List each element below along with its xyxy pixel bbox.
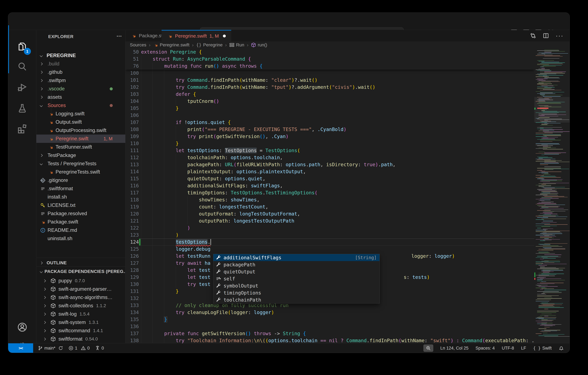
minimap-slider[interactable]	[534, 97, 570, 122]
line-number: 104	[125, 98, 139, 105]
activity-item-run-and-debug[interactable]	[15, 80, 30, 95]
notifications-bell-icon[interactable]	[559, 345, 564, 351]
code-line-114: 114plaintextOutput: options.plaintextOut…	[125, 168, 534, 175]
suggest-item-quietoutput[interactable]: quietOutput	[213, 268, 379, 275]
more-actions-icon[interactable]: ···	[556, 32, 564, 39]
tree-item-peregrinetests.swift[interactable]: PeregrineTests.swift	[36, 168, 125, 176]
tree-item-tests---peregrinetests[interactable]: Tests / PeregrineTests	[36, 160, 125, 168]
open-changes-icon[interactable]	[530, 33, 536, 39]
branch-status[interactable]: main*	[38, 346, 63, 351]
line-number: 76	[125, 62, 139, 70]
tree-item-package.resolved[interactable]: Package.resolved	[36, 209, 125, 218]
line-number: 122	[125, 224, 139, 232]
tree-item-testpackage[interactable]: TestPackage	[36, 151, 125, 160]
section-package-dependencies[interactable]: PACKAGE DEPENDENCIES (PEREG…	[36, 267, 125, 276]
package-icon	[51, 295, 56, 300]
tree-item-logging.swift[interactable]: Logging.swift	[36, 110, 125, 118]
activity-item-testing[interactable]	[15, 101, 30, 116]
tree-item-output.swift[interactable]: Output.swift	[36, 118, 125, 126]
suggest-item-packagepath[interactable]: packagePath	[213, 261, 379, 268]
explorer-more-icon[interactable]: ⋯	[116, 33, 122, 39]
swift-file-icon	[48, 136, 53, 142]
swift-file-icon	[167, 33, 172, 39]
tree-item-peregrine.swift[interactable]: Peregrine.swift1, M	[36, 134, 125, 143]
activity-bar: 11	[8, 30, 36, 344]
dependency-swift-collections[interactable]: swift-collections 1.1.2	[36, 302, 125, 310]
suggest-item-symboloutput[interactable]: symbolOutput	[213, 282, 379, 289]
activity-item-extensions[interactable]	[15, 121, 30, 136]
activity-item-search[interactable]	[15, 59, 30, 74]
section-outline[interactable]: OUTLINE	[36, 259, 125, 267]
folder-change-dot	[110, 87, 113, 90]
tree-item-readme.md[interactable]: README.md	[36, 226, 125, 234]
dependency-swift-system[interactable]: swift-system 1.3.1	[36, 318, 125, 326]
line-number: 105	[125, 105, 139, 112]
tree-item-.swiftformat[interactable]: .swiftformat	[36, 184, 125, 193]
tree-item-outputprocessing.swift[interactable]: OutputProcessing.swift	[36, 126, 125, 134]
breadcrumb-separator: ›	[246, 42, 249, 48]
breadcrumb-separator: ›	[149, 42, 151, 48]
dependency-swift-async-algorithms[interactable]: swift-async-algorithms…	[36, 293, 125, 302]
tree-item-license.txt[interactable]: LICENSE.txt	[36, 201, 125, 209]
tree-item-package.swift[interactable]: Package.swift	[36, 218, 125, 226]
dependency-puppy[interactable]: puppy 0.7.0	[36, 277, 125, 285]
suggest-item-self[interactable]: self	[213, 275, 379, 282]
breadcrumb-item-run[interactable]: run()	[251, 42, 267, 48]
tree-item-assets[interactable]: assets	[36, 93, 125, 101]
tree-item-sources[interactable]: Sources	[36, 101, 125, 110]
minimap[interactable]	[534, 49, 570, 344]
breadcrumb-item-peregrine.swift[interactable]: Peregrine.swift	[153, 42, 189, 48]
tree-item-install.sh[interactable]: install.sh	[36, 193, 125, 201]
breadcrumb-item-peregrine[interactable]: {}Peregrine	[196, 42, 223, 48]
suggest-item-toolchainpath[interactable]: toolchainPath	[213, 296, 379, 303]
dependency-swift-argument-parser[interactable]: swift-argument-parser…	[36, 285, 125, 293]
cursor-position-status[interactable]: Ln 124, Col 25	[440, 346, 469, 351]
breadcrumb-item-run[interactable]: Run	[229, 42, 244, 48]
activity-item-explorer[interactable]: 1	[15, 39, 30, 54]
indentation-status[interactable]: Spaces: 4	[475, 346, 495, 351]
ports-status[interactable]: 0	[95, 346, 104, 351]
wrench-icon	[216, 269, 221, 274]
suggest-item-additionalswiftflags[interactable]: additionalSwiftFlags [String]	[213, 254, 379, 261]
language-status[interactable]: { } Swift	[533, 346, 552, 351]
tree-item-.build[interactable]: .build	[36, 60, 125, 68]
activity-item-accounts[interactable]	[15, 320, 30, 334]
tree-item-.swiftpm[interactable]: .swiftpm	[36, 76, 125, 85]
split-editor-icon[interactable]	[543, 33, 549, 39]
suggest-label: additionalSwiftFlags	[223, 255, 281, 261]
tree-item-uninstall.sh[interactable]: uninstall.sh	[36, 234, 125, 243]
remote-indicator[interactable]: ><	[8, 343, 33, 353]
breadcrumb-item-sources[interactable]: Sources	[130, 42, 146, 48]
encoding-status[interactable]: UTF-8	[502, 346, 514, 351]
tree-item-testrunner.swift[interactable]: TestRunner.swift	[36, 143, 125, 151]
dependency-swift-log[interactable]: swift-log 1.5.4	[36, 310, 125, 318]
branch-icon	[38, 346, 43, 351]
line-number: 102	[125, 84, 139, 91]
code-line-119: 119count: longestTestCount,	[125, 203, 534, 210]
code-line-136: 136	[125, 323, 534, 330]
line-number: 125	[125, 246, 139, 253]
dependency-swiftcommand[interactable]: swiftcommand 1.4.1	[36, 326, 125, 335]
tree-item-.github[interactable]: .github	[36, 68, 125, 76]
dependency-swiftformat[interactable]: swiftformat 0.54.0	[36, 335, 125, 343]
suggest-widget[interactable]: additionalSwiftFlags [String] packagePat…	[213, 254, 380, 304]
zoom-status-button[interactable]	[423, 345, 433, 352]
code-line-102: 102try Command.findInPath(withName: "tpu…	[125, 84, 534, 91]
tab-peregrine.swift[interactable]: Peregrine.swift 1, M	[162, 30, 231, 41]
chevron-right-icon	[43, 296, 46, 299]
tree-item-.gitignore[interactable]: .gitignore	[36, 176, 125, 184]
zoom-in-icon	[426, 345, 431, 351]
eol-status[interactable]: LF	[521, 346, 526, 351]
tree-root-peregrine[interactable]: PEREGRINE	[36, 51, 125, 60]
line-number: 136	[125, 323, 139, 330]
active-view-indicator	[8, 25, 9, 73]
suggest-item-timingoptions[interactable]: timingOptions	[213, 289, 379, 296]
code-line-101: 101try Command.findInPath(withName: "cle…	[125, 77, 534, 84]
chevron-down-icon	[40, 104, 42, 107]
suggest-label: quietOutput	[223, 269, 255, 274]
line-number: 128	[125, 267, 139, 274]
package-version: 1.1.2	[96, 303, 106, 308]
problems-status[interactable]: 1 0	[69, 346, 90, 351]
line-number: 132	[125, 295, 139, 302]
tree-item-.vscode[interactable]: .vscode	[36, 85, 125, 93]
